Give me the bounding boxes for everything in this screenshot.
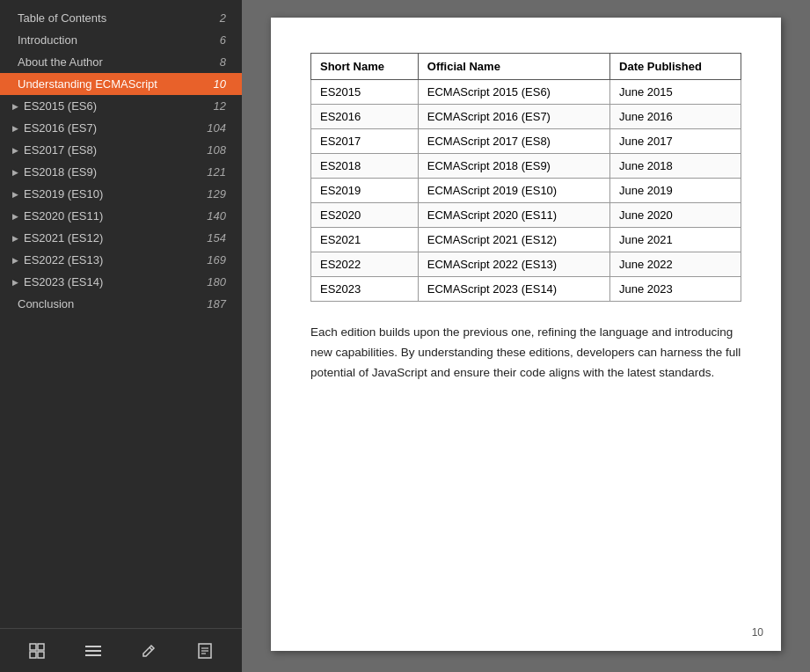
svg-rect-1 [38, 644, 44, 650]
table-row: ES2016ECMAScript 2016 (ES7)June 2016 [311, 105, 741, 129]
chevron-right-icon: ▶ [12, 212, 18, 221]
table-cell: June 2020 [610, 203, 741, 228]
sidebar-item-page: 140 [207, 209, 226, 223]
table-cell: ES2021 [311, 228, 419, 252]
sidebar-item-page: 154 [207, 231, 226, 245]
sidebar-item-page: 10 [214, 77, 226, 91]
svg-line-7 [150, 647, 152, 650]
table-cell: ECMAScript 2023 (ES14) [418, 277, 609, 302]
sidebar-item-label: ES2016 (ES7) [24, 121, 97, 135]
sidebar-item-page: 12 [214, 99, 226, 113]
sidebar-item-label: Table of Contents [18, 11, 106, 25]
sidebar-item-table-of-contents[interactable]: Table of Contents2 [0, 7, 242, 29]
sidebar: Table of Contents2Introduction6About the… [0, 0, 242, 672]
chevron-right-icon: ▶ [12, 234, 18, 243]
sidebar-item-es2017-(es8)[interactable]: ▶ES2017 (ES8)108 [0, 139, 242, 161]
table-cell: ECMAScript 2016 (ES7) [418, 105, 609, 129]
sidebar-item-conclusion[interactable]: Conclusion187 [0, 293, 242, 315]
sidebar-item-es2023-(es14)[interactable]: ▶ES2023 (ES14)180 [0, 271, 242, 293]
table-cell: ES2022 [311, 252, 419, 277]
sidebar-item-page: 108 [207, 143, 226, 157]
page-number: 10 [752, 626, 763, 639]
table-cell: June 2023 [610, 277, 741, 302]
sidebar-item-label: ES2020 (ES11) [24, 209, 103, 223]
table-cell: ECMAScript 2015 (ES6) [418, 80, 609, 105]
list-view-button[interactable] [76, 635, 111, 667]
svg-rect-0 [30, 644, 36, 650]
table-cell: June 2019 [610, 179, 741, 203]
sidebar-item-about-the-author[interactable]: About the Author8 [0, 51, 242, 73]
table-cell: June 2022 [610, 252, 741, 277]
sidebar-item-page: 187 [207, 297, 226, 310]
sidebar-item-es2016-(es7)[interactable]: ▶ES2016 (ES7)104 [0, 117, 242, 139]
main-content: Short Name Official Name Date Published … [242, 0, 810, 672]
chevron-right-icon: ▶ [12, 168, 18, 177]
table-cell: ECMAScript 2022 (ES13) [418, 252, 609, 277]
table-cell: ECMAScript 2018 (ES9) [418, 154, 609, 179]
sidebar-item-understanding-ecmascript[interactable]: Understanding ECMAScript10 [0, 73, 242, 95]
sidebar-item-es2018-(es9)[interactable]: ▶ES2018 (ES9)121 [0, 161, 242, 183]
sidebar-item-label: ES2018 (ES9) [24, 165, 97, 179]
sidebar-item-label: Introduction [18, 33, 77, 47]
sidebar-item-label: ES2022 (ES13) [24, 253, 103, 267]
table-cell: ECMAScript 2017 (ES8) [418, 129, 609, 154]
table-cell: ES2016 [311, 105, 419, 129]
table-row: ES2021ECMAScript 2021 (ES12)June 2021 [311, 228, 741, 252]
table-cell: June 2021 [610, 228, 741, 252]
grid-view-button[interactable] [19, 635, 55, 667]
table-row: ES2022ECMAScript 2022 (ES13)June 2022 [311, 252, 741, 277]
sidebar-item-label: ES2023 (ES14) [24, 275, 103, 289]
sidebar-item-page: 6 [220, 33, 226, 47]
table-cell: ES2023 [311, 277, 419, 302]
chevron-right-icon: ▶ [12, 256, 18, 265]
table-cell: June 2017 [610, 129, 741, 154]
table-row: ES2020ECMAScript 2020 (ES11)June 2020 [311, 203, 741, 228]
col-short-name: Short Name [311, 54, 419, 80]
table-cell: ES2018 [311, 154, 419, 179]
sidebar-item-label: About the Author [18, 55, 103, 69]
table-cell: June 2015 [610, 80, 741, 105]
chevron-right-icon: ▶ [12, 146, 18, 155]
chevron-right-icon: ▶ [12, 124, 18, 133]
sidebar-item-page: 2 [220, 11, 226, 25]
sidebar-item-label: Conclusion [18, 297, 74, 310]
table-row: ES2023ECMAScript 2023 (ES14)June 2023 [311, 277, 741, 302]
table-cell: June 2018 [610, 154, 741, 179]
table-row: ES2018ECMAScript 2018 (ES9)June 2018 [311, 154, 741, 179]
table-row: ES2017ECMAScript 2017 (ES8)June 2017 [311, 129, 741, 154]
bookmark-button[interactable] [187, 635, 223, 667]
sidebar-item-es2022-(es13)[interactable]: ▶ES2022 (ES13)169 [0, 249, 242, 271]
sidebar-item-page: 129 [207, 187, 226, 201]
table-cell: June 2016 [610, 105, 741, 129]
sidebar-item-page: 8 [220, 55, 226, 69]
sidebar-item-label: ES2015 (ES6) [24, 99, 97, 113]
sidebar-item-introduction[interactable]: Introduction6 [0, 29, 242, 51]
table-cell: ES2017 [311, 129, 419, 154]
col-official-name: Official Name [418, 54, 609, 80]
sidebar-nav: Table of Contents2Introduction6About the… [0, 0, 242, 628]
table-cell: ES2015 [311, 80, 419, 105]
table-cell: ES2019 [311, 179, 419, 203]
sidebar-item-es2015-(es6)[interactable]: ▶ES2015 (ES6)12 [0, 95, 242, 117]
table-cell: ECMAScript 2019 (ES10) [418, 179, 609, 203]
sidebar-item-label: Understanding ECMAScript [18, 77, 157, 91]
chevron-right-icon: ▶ [12, 102, 18, 111]
sidebar-item-page: 180 [207, 275, 226, 289]
sidebar-toolbar [0, 628, 242, 672]
sidebar-item-page: 104 [207, 121, 226, 135]
sidebar-item-page: 169 [207, 253, 226, 267]
body-paragraph: Each edition builds upon the previous on… [310, 323, 741, 383]
sidebar-item-page: 121 [207, 165, 226, 179]
sidebar-item-es2020-(es11)[interactable]: ▶ES2020 (ES11)140 [0, 205, 242, 227]
table-cell: ECMAScript 2020 (ES11) [418, 203, 609, 228]
page: Short Name Official Name Date Published … [271, 18, 781, 651]
sidebar-item-label: ES2021 (ES12) [24, 231, 103, 245]
edit-button[interactable] [131, 635, 166, 667]
table-row: ES2019ECMAScript 2019 (ES10)June 2019 [311, 179, 741, 203]
svg-rect-3 [38, 652, 44, 658]
table-row: ES2015ECMAScript 2015 (ES6)June 2015 [311, 80, 741, 105]
sidebar-item-label: ES2019 (ES10) [24, 187, 103, 201]
col-date-published: Date Published [610, 54, 741, 80]
sidebar-item-es2019-(es10)[interactable]: ▶ES2019 (ES10)129 [0, 183, 242, 205]
sidebar-item-es2021-(es12)[interactable]: ▶ES2021 (ES12)154 [0, 227, 242, 249]
